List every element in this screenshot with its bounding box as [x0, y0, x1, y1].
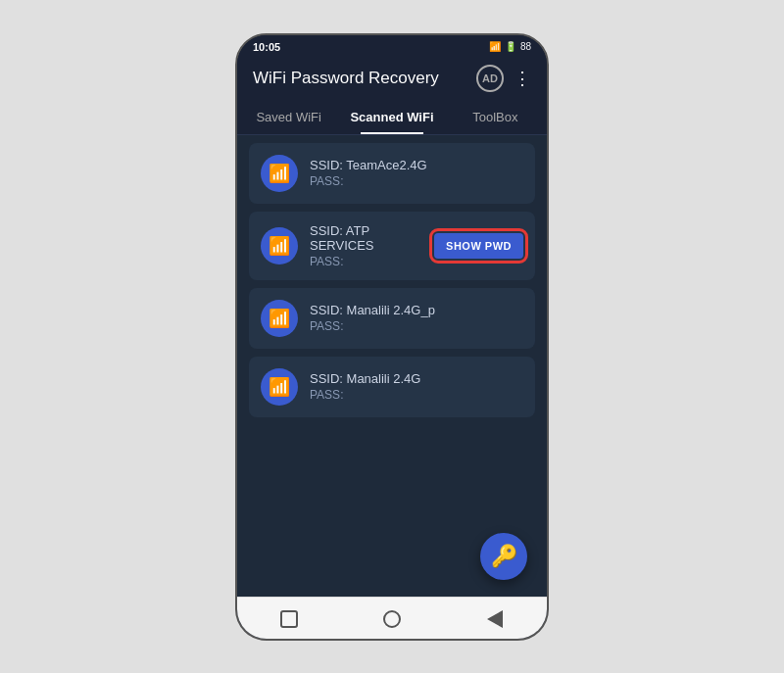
wifi-pass-2: PASS:	[310, 255, 422, 268]
tab-toolbox[interactable]: ToolBox	[444, 100, 547, 134]
wifi-icon-2: 📶	[261, 227, 298, 264]
nav-home-button[interactable]	[380, 607, 404, 631]
nav-circle-icon	[383, 610, 401, 628]
show-pwd-button[interactable]: SHOW PWD	[434, 233, 523, 259]
wifi-item-2: 📶 SSID: ATP SERVICES PASS: SHOW PWD	[249, 212, 535, 280]
wifi-signal-icon-4: 📶	[269, 376, 290, 398]
wifi-pass-4: PASS:	[310, 388, 523, 402]
status-icons: 📶 🔋 88	[489, 41, 531, 52]
wifi-icon-1: 📶	[261, 155, 298, 192]
fab-key-button[interactable]: 🔑	[480, 533, 527, 580]
wifi-info-4: SSID: Manalili 2.4G PASS:	[310, 371, 523, 402]
app-title: WiFi Password Recovery	[253, 69, 439, 88]
tab-bar: Saved WiFi Scanned WiFi ToolBox	[237, 100, 547, 135]
status-bar: 10:05 📶 🔋 88	[237, 35, 547, 57]
wifi-ssid-2: SSID: ATP SERVICES	[310, 223, 422, 253]
nav-triangle-icon	[487, 610, 503, 628]
nav-square-icon	[280, 610, 298, 628]
signal-icon: 📶	[489, 41, 501, 52]
tab-saved-wifi[interactable]: Saved WiFi	[237, 100, 340, 134]
wifi-info-2: SSID: ATP SERVICES PASS:	[310, 223, 422, 268]
ad-icon[interactable]: AD	[476, 65, 504, 92]
wifi-icon-3: 📶	[261, 300, 298, 337]
wifi-info-3: SSID: Manalili 2.4G_p PASS:	[310, 303, 523, 333]
wifi-signal-icon: 📶	[269, 163, 290, 184]
phone-frame: 10:05 📶 🔋 88 WiFi Password Recovery AD ⋮…	[235, 33, 549, 641]
outer-wrapper: 10:05 📶 🔋 88 WiFi Password Recovery AD ⋮…	[0, 0, 784, 673]
status-time: 10:05	[253, 41, 280, 53]
wifi-ssid-1: SSID: TeamAce2.4G	[310, 158, 523, 172]
app-header: WiFi Password Recovery AD ⋮	[237, 57, 547, 100]
wifi-pass-1: PASS:	[310, 174, 523, 188]
wifi-ssid-4: SSID: Manalili 2.4G	[310, 371, 523, 386]
wifi-pass-3: PASS:	[310, 319, 523, 333]
content-area: 📶 SSID: TeamAce2.4G PASS: 📶 SSID: ATP SE…	[237, 135, 547, 597]
nav-bar	[237, 597, 547, 639]
wifi-signal-icon-3: 📶	[269, 308, 290, 329]
battery-level: 88	[520, 41, 531, 52]
wifi-item-1: 📶 SSID: TeamAce2.4G PASS:	[249, 143, 535, 204]
wifi-icon-4: 📶	[261, 368, 298, 406]
wifi-item-3: 📶 SSID: Manalili 2.4G_p PASS:	[249, 288, 535, 349]
header-icons: AD ⋮	[476, 65, 531, 92]
wifi-signal-icon-2: 📶	[269, 235, 290, 257]
nav-back-button[interactable]	[483, 607, 507, 631]
wifi-ssid-3: SSID: Manalili 2.4G_p	[310, 303, 523, 317]
battery-icon: 🔋	[505, 41, 516, 52]
wifi-item-4: 📶 SSID: Manalili 2.4G PASS:	[249, 357, 535, 417]
tab-scanned-wifi[interactable]: Scanned WiFi	[340, 100, 443, 134]
wifi-info-1: SSID: TeamAce2.4G PASS:	[310, 158, 523, 188]
more-menu-icon[interactable]: ⋮	[514, 68, 531, 89]
nav-recent-apps-button[interactable]	[277, 607, 301, 631]
